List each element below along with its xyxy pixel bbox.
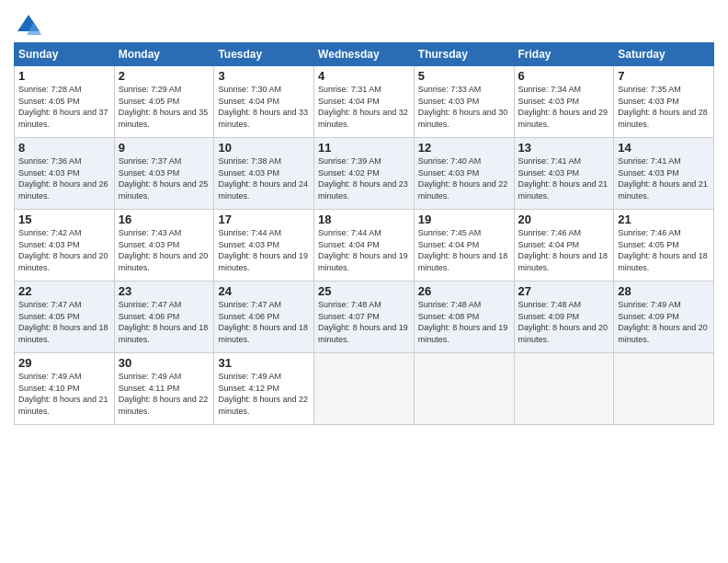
calendar-cell: 18Sunrise: 7:44 AMSunset: 4:04 PMDayligh… [314,210,415,282]
calendar-cell [414,353,514,425]
day-number: 19 [418,213,510,226]
day-number: 8 [18,141,110,155]
calendar-cell: 24Sunrise: 7:47 AMSunset: 4:06 PMDayligh… [214,282,314,353]
calendar-cell: 14Sunrise: 7:41 AMSunset: 4:03 PMDayligh… [614,138,714,210]
weekday-header-tuesday: Tuesday [214,43,314,66]
weekday-header-thursday: Thursday [414,43,514,66]
day-number: 20 [518,213,610,226]
day-number: 18 [318,213,410,226]
day-info: Sunrise: 7:43 AMSunset: 4:03 PMDaylight:… [119,228,209,272]
day-info: Sunrise: 7:41 AMSunset: 4:03 PMDaylight:… [518,156,609,201]
day-info: Sunrise: 7:41 AMSunset: 4:03 PMDaylight:… [618,156,708,201]
day-info: Sunrise: 7:45 AMSunset: 4:04 PMDaylight:… [418,228,508,272]
calendar-cell: 30Sunrise: 7:49 AMSunset: 4:11 PMDayligh… [114,353,214,425]
day-info: Sunrise: 7:36 AMSunset: 4:03 PMDaylight:… [18,156,108,201]
calendar-cell: 3Sunrise: 7:30 AMSunset: 4:04 PMDaylight… [214,66,314,138]
day-info: Sunrise: 7:48 AMSunset: 4:08 PMDaylight:… [418,300,508,344]
calendar-cell: 15Sunrise: 7:42 AMSunset: 4:03 PMDayligh… [15,210,115,282]
calendar-cell [614,353,714,425]
calendar-cell: 27Sunrise: 7:48 AMSunset: 4:09 PMDayligh… [514,282,614,353]
day-number: 9 [119,141,210,155]
day-number: 12 [418,141,510,155]
day-number: 23 [119,284,210,298]
day-info: Sunrise: 7:31 AMSunset: 4:04 PMDaylight:… [318,85,408,129]
day-info: Sunrise: 7:47 AMSunset: 4:06 PMDaylight:… [119,300,209,344]
calendar-cell: 17Sunrise: 7:44 AMSunset: 4:03 PMDayligh… [214,210,314,282]
day-info: Sunrise: 7:49 AMSunset: 4:11 PMDaylight:… [119,372,209,416]
day-number: 27 [518,284,610,298]
day-number: 28 [618,284,710,298]
calendar-cell: 19Sunrise: 7:45 AMSunset: 4:04 PMDayligh… [414,210,514,282]
calendar-week-1: 1Sunrise: 7:28 AMSunset: 4:05 PMDaylight… [15,66,714,138]
calendar-cell: 9Sunrise: 7:37 AMSunset: 4:03 PMDaylight… [114,138,214,210]
calendar-cell: 26Sunrise: 7:48 AMSunset: 4:08 PMDayligh… [414,282,514,353]
page-container: SundayMondayTuesdayWednesdayThursdayFrid… [0,0,728,434]
weekday-header-friday: Friday [514,43,614,66]
day-number: 5 [418,69,510,83]
header [14,9,714,39]
day-info: Sunrise: 7:46 AMSunset: 4:05 PMDaylight:… [618,228,708,272]
day-info: Sunrise: 7:28 AMSunset: 4:05 PMDaylight:… [18,85,108,129]
calendar-week-3: 15Sunrise: 7:42 AMSunset: 4:03 PMDayligh… [15,210,714,282]
day-number: 24 [218,284,310,298]
day-info: Sunrise: 7:44 AMSunset: 4:04 PMDaylight:… [318,228,408,272]
weekday-header-sunday: Sunday [15,43,115,66]
calendar-cell: 23Sunrise: 7:47 AMSunset: 4:06 PMDayligh… [114,282,214,353]
day-number: 10 [218,141,310,155]
calendar-week-2: 8Sunrise: 7:36 AMSunset: 4:03 PMDaylight… [15,138,714,210]
calendar-cell: 29Sunrise: 7:49 AMSunset: 4:10 PMDayligh… [15,353,115,425]
weekday-header-saturday: Saturday [614,43,714,66]
day-number: 29 [18,356,110,370]
day-info: Sunrise: 7:29 AMSunset: 4:05 PMDaylight:… [119,85,209,129]
day-info: Sunrise: 7:39 AMSunset: 4:02 PMDaylight:… [318,156,408,201]
calendar-cell: 22Sunrise: 7:47 AMSunset: 4:05 PMDayligh… [15,282,115,353]
calendar-week-5: 29Sunrise: 7:49 AMSunset: 4:10 PMDayligh… [15,353,714,425]
day-number: 3 [218,69,310,83]
weekday-header-wednesday: Wednesday [314,43,415,66]
day-number: 30 [119,356,210,370]
day-number: 26 [418,284,510,298]
day-number: 13 [518,141,610,155]
day-number: 1 [18,69,110,83]
day-info: Sunrise: 7:48 AMSunset: 4:07 PMDaylight:… [318,300,408,344]
day-number: 31 [218,356,310,370]
calendar-cell: 21Sunrise: 7:46 AMSunset: 4:05 PMDayligh… [614,210,714,282]
day-info: Sunrise: 7:40 AMSunset: 4:03 PMDaylight:… [418,156,508,201]
day-info: Sunrise: 7:48 AMSunset: 4:09 PMDaylight:… [518,300,609,344]
day-info: Sunrise: 7:49 AMSunset: 4:10 PMDaylight:… [18,372,108,416]
weekday-header-monday: Monday [114,43,214,66]
calendar-table: SundayMondayTuesdayWednesdayThursdayFrid… [14,42,714,425]
calendar-cell: 31Sunrise: 7:49 AMSunset: 4:12 PMDayligh… [214,353,314,425]
calendar-cell: 4Sunrise: 7:31 AMSunset: 4:04 PMDaylight… [314,66,415,138]
calendar-cell: 25Sunrise: 7:48 AMSunset: 4:07 PMDayligh… [314,282,415,353]
calendar-cell: 28Sunrise: 7:49 AMSunset: 4:09 PMDayligh… [614,282,714,353]
weekday-header-row: SundayMondayTuesdayWednesdayThursdayFrid… [15,43,714,66]
calendar-week-4: 22Sunrise: 7:47 AMSunset: 4:05 PMDayligh… [15,282,714,353]
day-number: 22 [18,284,110,298]
calendar-cell [514,353,614,425]
calendar-cell: 6Sunrise: 7:34 AMSunset: 4:03 PMDaylight… [514,66,614,138]
calendar-cell: 11Sunrise: 7:39 AMSunset: 4:02 PMDayligh… [314,138,415,210]
logo-icon [16,13,41,39]
calendar-cell: 8Sunrise: 7:36 AMSunset: 4:03 PMDaylight… [15,138,115,210]
day-number: 25 [318,284,410,298]
day-info: Sunrise: 7:47 AMSunset: 4:06 PMDaylight:… [218,300,308,344]
day-number: 21 [618,213,710,226]
day-info: Sunrise: 7:34 AMSunset: 4:03 PMDaylight:… [518,85,609,129]
day-info: Sunrise: 7:44 AMSunset: 4:03 PMDaylight:… [218,228,308,272]
day-info: Sunrise: 7:42 AMSunset: 4:03 PMDaylight:… [18,228,108,272]
day-info: Sunrise: 7:38 AMSunset: 4:03 PMDaylight:… [218,156,308,201]
day-number: 16 [119,213,210,226]
day-info: Sunrise: 7:33 AMSunset: 4:03 PMDaylight:… [418,85,508,129]
day-info: Sunrise: 7:49 AMSunset: 4:09 PMDaylight:… [618,300,708,344]
day-number: 14 [618,141,710,155]
day-info: Sunrise: 7:30 AMSunset: 4:04 PMDaylight:… [218,85,308,129]
calendar-cell: 10Sunrise: 7:38 AMSunset: 4:03 PMDayligh… [214,138,314,210]
calendar-cell: 7Sunrise: 7:35 AMSunset: 4:03 PMDaylight… [614,66,714,138]
calendar-cell: 2Sunrise: 7:29 AMSunset: 4:05 PMDaylight… [114,66,214,138]
day-info: Sunrise: 7:37 AMSunset: 4:03 PMDaylight:… [119,156,209,201]
day-number: 4 [318,69,410,83]
day-number: 17 [218,213,310,226]
calendar-cell [314,353,415,425]
day-info: Sunrise: 7:49 AMSunset: 4:12 PMDaylight:… [218,372,308,416]
